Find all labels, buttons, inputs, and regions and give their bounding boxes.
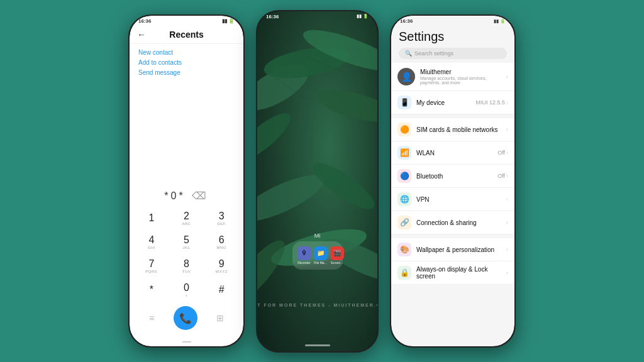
- time-phone2: 16:36: [266, 14, 279, 19]
- chevron-icon-wlan: ›: [506, 150, 508, 156]
- dial-key-star[interactable]: *: [135, 278, 169, 301]
- settings-search-bar[interactable]: 🔍 Search settings: [399, 48, 507, 59]
- wallpaper: [257, 11, 377, 351]
- status-icons-phone3: ▮▮ 🔋: [494, 19, 506, 24]
- status-bar-phone1: 16:36 ▮▮ 🔋: [130, 16, 243, 25]
- settings-item-simcards[interactable]: 🟠 SIM cards & mobile networks ›: [391, 118, 514, 141]
- settings-item-wlan[interactable]: 📶 WLAN Off ›: [391, 141, 514, 165]
- watermark: VISIT FOR MORE THEMES - MIUITHEMER.COM: [257, 303, 377, 307]
- recorder-label: Recorder: [297, 261, 311, 265]
- search-icon: 🔍: [405, 50, 412, 57]
- settings-item-mydevice[interactable]: 📱 My device MIUI 12.5.5 ›: [391, 91, 514, 114]
- recorder-icon: 🎙: [297, 246, 311, 260]
- add-contacts-link[interactable]: Add to contacts: [138, 59, 235, 66]
- app-recorder[interactable]: 🎙 Recorder: [297, 246, 311, 265]
- dial-key-6[interactable]: 6MNO: [204, 231, 238, 253]
- call-button[interactable]: 📞: [174, 306, 197, 330]
- dial-key-7[interactable]: 7PQRS: [135, 255, 169, 277]
- chevron-icon-profile: ›: [506, 74, 508, 80]
- filemanager-label: File Ma...: [314, 261, 327, 265]
- dial-key-1[interactable]: 1: [135, 207, 169, 229]
- wlan-status: Off: [497, 150, 505, 156]
- screenrecord-icon: 🎬: [330, 246, 344, 260]
- simcards-text: SIM cards & mobile networks: [416, 126, 501, 133]
- chevron-icon-bluetooth: ›: [506, 173, 508, 179]
- dial-key-2[interactable]: 2ABC: [170, 207, 204, 229]
- chevron-icon-vpn: ›: [506, 196, 508, 202]
- settings-item-alwayson[interactable]: 🔒 Always-on display & Lock screen ›: [391, 261, 514, 285]
- nav-bar-phone1: [130, 339, 243, 346]
- wallpaper-text: Wallpaper & personalization: [416, 246, 501, 253]
- wlan-label: WLAN: [416, 150, 492, 156]
- app-screenrecord[interactable]: 🎬 Screen...: [330, 246, 344, 265]
- alwayson-text: Always-on display & Lock screen: [416, 266, 501, 280]
- wallpaper-icon: 🎨: [397, 243, 411, 256]
- profile-desc: Manage accounts, cloud services, payment…: [420, 76, 501, 85]
- chevron-icon-wallpaper: ›: [506, 246, 508, 253]
- leaves-svg: [257, 11, 377, 351]
- alwayson-icon: 🔒: [397, 266, 411, 280]
- dial-key-8[interactable]: 8TUV: [170, 255, 204, 277]
- avatar-icon: 👤: [397, 68, 415, 85]
- mydevice-icon: 📱: [397, 96, 411, 109]
- app-filemanager[interactable]: 📁 File Ma...: [314, 246, 328, 265]
- miui-version: MIUI 12.5.5: [475, 99, 505, 106]
- status-icons-phone1: ▮▮ 🔋: [222, 18, 235, 24]
- backspace-icon[interactable]: ⌫: [192, 190, 209, 202]
- phone2-nav: [257, 344, 377, 346]
- settings-item-wallpaper[interactable]: 🎨 Wallpaper & personalization ›: [391, 238, 514, 261]
- simcards-label: SIM cards & mobile networks: [416, 126, 501, 133]
- settings-item-connection[interactable]: 🔗 Connection & sharing ›: [391, 211, 514, 234]
- search-placeholder[interactable]: Search settings: [414, 50, 453, 57]
- dialpad-icon[interactable]: ⊞: [216, 313, 224, 323]
- wlan-icon: 📶: [397, 146, 411, 160]
- wlan-right: Off ›: [497, 150, 508, 156]
- folder-box[interactable]: 🎙 Recorder 📁 File Ma... 🎬 Screen...: [292, 241, 343, 270]
- connection-icon: 🔗: [397, 216, 411, 229]
- mydevice-text: My device: [416, 99, 470, 106]
- chevron-icon-mydevice: ›: [506, 99, 508, 106]
- back-arrow-icon[interactable]: ←: [137, 30, 146, 40]
- simcards-icon: 🟠: [397, 123, 411, 136]
- chevron-icon-sim: ›: [506, 126, 508, 133]
- connection-text: Connection & sharing: [416, 219, 501, 226]
- phone-settings: 16:36 ▮▮ 🔋 Settings 🔍 Search settings 👤 …: [390, 14, 516, 348]
- connection-label: Connection & sharing: [416, 219, 501, 226]
- mydevice-label: My device: [416, 99, 470, 106]
- time-phone1: 16:36: [138, 18, 151, 24]
- settings-item-vpn[interactable]: 🌐 VPN ›: [391, 188, 514, 211]
- svg-point-3: [257, 106, 296, 167]
- status-icons-phone2: ▮▮ 🔋: [357, 14, 369, 19]
- dial-key-0[interactable]: 0+: [170, 278, 204, 301]
- menu-icon[interactable]: ≡: [149, 313, 154, 323]
- dial-key-4[interactable]: 4GHI: [135, 231, 169, 253]
- alwayson-label: Always-on display & Lock screen: [416, 266, 501, 280]
- folder-label: Mi: [292, 233, 343, 239]
- settings-item-profile[interactable]: 👤 Miuithemer Manage accounts, cloud serv…: [391, 63, 514, 91]
- dialer-display: *0* ⌫ 1 2ABC 3DEF 4GHI 5JKL 6MNO 7PQRS 8…: [130, 81, 243, 339]
- svg-point-4: [314, 84, 377, 128]
- nav-dot: [182, 341, 191, 343]
- profile-text: Miuithemer Manage accounts, cloud servic…: [420, 69, 501, 85]
- dial-key-hash[interactable]: #: [204, 278, 238, 301]
- dial-key-9[interactable]: 9WXYZ: [204, 255, 238, 277]
- settings-item-bluetooth[interactable]: 🔵 Bluetooth Off ›: [391, 165, 514, 188]
- vpn-text: VPN: [416, 196, 501, 203]
- vpn-icon: 🌐: [397, 192, 411, 206]
- wlan-text: WLAN: [416, 150, 492, 156]
- send-message-link[interactable]: Send message: [138, 69, 235, 76]
- bluetooth-icon: 🔵: [397, 169, 411, 183]
- status-bar-phone2: 16:36 ▮▮ 🔋: [257, 11, 377, 21]
- dial-bottom-bar: ≡ 📞 ⊞: [130, 301, 243, 334]
- new-contact-link[interactable]: New contact: [138, 49, 235, 56]
- home-indicator: [305, 344, 330, 346]
- dialer-input[interactable]: *0*: [164, 190, 185, 202]
- dial-key-3[interactable]: 3DEF: [204, 207, 238, 229]
- bluetooth-text: Bluetooth: [416, 173, 492, 180]
- settings-title: Settings: [399, 30, 507, 44]
- dial-key-5[interactable]: 5JKL: [170, 231, 204, 253]
- status-bar-phone3: 16:36 ▮▮ 🔋: [391, 16, 514, 25]
- vpn-label: VPN: [416, 196, 501, 203]
- chevron-icon-connection: ›: [506, 219, 508, 226]
- app-folder[interactable]: Mi 🎙 Recorder 📁 File Ma... 🎬 Screen...: [292, 233, 343, 270]
